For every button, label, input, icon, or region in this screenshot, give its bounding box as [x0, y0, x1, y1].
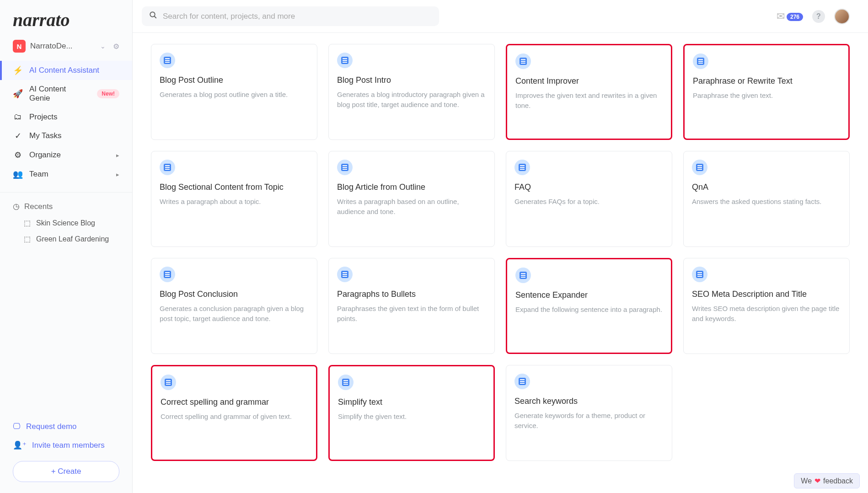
card-description: Generates a blog introductory paragraph …: [337, 90, 486, 110]
card-title: Blog Post Conclusion: [160, 289, 309, 299]
invite-team-label: Invite team members: [32, 441, 105, 450]
template-card[interactable]: Blog Post OutlineGenerates a blog post o…: [151, 44, 317, 140]
search-input[interactable]: [163, 12, 432, 21]
nav-item-my-tasks[interactable]: ✓My Tasks: [0, 126, 132, 145]
card-title: Search keywords: [514, 397, 664, 406]
sidebar: narrato N NarratoDe... ⌄ ⚙ ⚡AI Content A…: [0, 0, 133, 493]
template-card[interactable]: Paragraphs to BulletsParaphrases the giv…: [328, 258, 495, 354]
document-icon: [161, 375, 176, 390]
document-icon: [337, 53, 353, 68]
document-icon: [338, 375, 354, 390]
create-button[interactable]: + Create: [13, 461, 119, 482]
notifications-button[interactable]: ✉276: [777, 11, 803, 22]
help-button[interactable]: ?: [812, 10, 825, 23]
document-icon: [693, 54, 708, 69]
card-description: Writes a paragraph about a topic.: [160, 197, 309, 207]
feedback-prefix: We: [801, 477, 812, 485]
template-card[interactable]: Paraphrase or Rewrite TextParaphrase the…: [683, 44, 850, 140]
nav-item-ai-content-assistant[interactable]: ⚡AI Content Assistant: [0, 61, 132, 80]
card-description: Paraphrase the given text.: [693, 91, 840, 101]
template-card[interactable]: Search keywordsGenerate keywords for a t…: [506, 365, 672, 461]
template-card[interactable]: Blog Article from OutlineWrites a paragr…: [328, 151, 495, 247]
gear-icon[interactable]: ⚙: [113, 42, 119, 51]
card-description: Generates a blog post outline given a ti…: [160, 90, 309, 100]
recents-header: ◷ Recents: [0, 195, 132, 215]
nav-item-organize[interactable]: ⚙Organize▸: [0, 145, 132, 165]
card-title: Paraphrase or Rewrite Text: [693, 76, 840, 86]
chevron-right-icon: ▸: [116, 152, 119, 159]
workspace-name: NarratoDe...: [30, 42, 96, 51]
card-title: Blog Post Intro: [337, 75, 486, 85]
brand-logo: narrato: [0, 0, 132, 35]
workspace-badge: N: [13, 40, 26, 53]
template-card[interactable]: Blog Post ConclusionGenerates a conclusi…: [151, 258, 317, 354]
user-avatar[interactable]: [834, 9, 850, 24]
document-icon: [337, 267, 353, 282]
main-area: ✉276 ? Blog Post OutlineGenerates a blog…: [133, 0, 868, 493]
feedback-suffix: feedback: [823, 477, 853, 485]
card-title: FAQ: [514, 182, 664, 192]
nav-item-projects[interactable]: 🗂Projects: [0, 107, 132, 126]
document-icon: [515, 54, 531, 69]
recent-label: Green Leaf Gardening: [36, 235, 109, 243]
document-icon: [514, 160, 530, 175]
card-description: Writes a paragraph based on an outline, …: [337, 197, 486, 217]
heart-icon: ❤: [814, 477, 820, 485]
request-demo-link[interactable]: 🖵 Request demo: [0, 418, 132, 436]
user-plus-icon: 👤⁺: [13, 440, 27, 450]
template-grid: Blog Post OutlineGenerates a blog post o…: [151, 44, 850, 461]
nav-icon: 🚀: [13, 89, 23, 99]
template-card[interactable]: Simplify textSimplify the given text.: [328, 365, 495, 461]
document-icon: [692, 160, 707, 175]
content-area: Blog Post OutlineGenerates a blog post o…: [133, 33, 868, 493]
nav-icon: 👥: [13, 169, 23, 179]
nav-icon: ✓: [13, 131, 23, 141]
card-description: Expand the following sentence into a par…: [515, 305, 663, 315]
search-icon: [149, 11, 157, 21]
template-card[interactable]: Blog Sectional Content from TopicWrites …: [151, 151, 317, 247]
nav-label: AI Content Assistant: [29, 66, 99, 75]
template-card[interactable]: Correct spelling and grammarCorrect spel…: [151, 365, 317, 461]
card-title: Blog Sectional Content from Topic: [160, 182, 309, 192]
search-box[interactable]: [142, 6, 439, 26]
template-card[interactable]: FAQGenerates FAQs for a topic.: [506, 151, 672, 247]
card-description: Answers the asked questions stating fact…: [692, 197, 841, 207]
clock-icon: ◷: [13, 202, 20, 211]
card-title: QnA: [692, 182, 841, 192]
invite-team-link[interactable]: 👤⁺ Invite team members: [0, 436, 132, 455]
document-icon: [160, 160, 175, 175]
request-demo-label: Request demo: [26, 422, 77, 431]
recent-item[interactable]: ⬚Green Leaf Gardening: [0, 231, 132, 247]
divider: [0, 192, 132, 193]
document-icon: [514, 374, 530, 389]
nav-item-team[interactable]: 👥Team▸: [0, 165, 132, 184]
card-description: Correct spelling and grammar of given te…: [161, 412, 308, 422]
nav-label: My Tasks: [29, 131, 62, 140]
nav-icon: ⚙: [13, 150, 23, 160]
main-nav: ⚡AI Content Assistant🚀AI Content GenieNe…: [0, 61, 132, 189]
nav-label: Projects: [29, 113, 57, 122]
nav-label: Organize: [29, 150, 61, 160]
template-card[interactable]: SEO Meta Description and TitleWrites SEO…: [683, 258, 850, 354]
template-card[interactable]: Sentence ExpanderExpand the following se…: [506, 258, 672, 354]
chevron-down-icon[interactable]: ⌄: [100, 43, 106, 50]
mail-icon: ✉: [777, 11, 785, 22]
recents-list: ⬚Skin Science Blog⬚Green Leaf Gardening: [0, 215, 132, 247]
nav-item-ai-content-genie[interactable]: 🚀AI Content GenieNew!: [0, 80, 132, 107]
feedback-button[interactable]: We ❤ feedback: [794, 473, 860, 488]
cube-icon: ⬚: [24, 235, 31, 243]
card-description: Generates a conclusion paragraph given a…: [160, 304, 309, 324]
template-card[interactable]: Content ImproverImproves the given text …: [506, 44, 672, 140]
document-icon: [160, 267, 175, 282]
chevron-right-icon: ▸: [116, 171, 119, 178]
card-title: Paragraphs to Bullets: [337, 289, 486, 299]
topbar: ✉276 ?: [133, 0, 868, 33]
card-description: Writes SEO meta description given the pa…: [692, 304, 841, 324]
template-card[interactable]: Blog Post IntroGenerates a blog introduc…: [328, 44, 495, 140]
notification-count: 276: [787, 13, 803, 21]
recent-item[interactable]: ⬚Skin Science Blog: [0, 215, 132, 231]
workspace-switcher[interactable]: N NarratoDe... ⌄ ⚙: [0, 35, 132, 61]
card-description: Paraphrases the given text in the form o…: [337, 304, 486, 324]
monitor-icon: 🖵: [13, 422, 21, 431]
template-card[interactable]: QnAAnswers the asked questions stating f…: [683, 151, 850, 247]
